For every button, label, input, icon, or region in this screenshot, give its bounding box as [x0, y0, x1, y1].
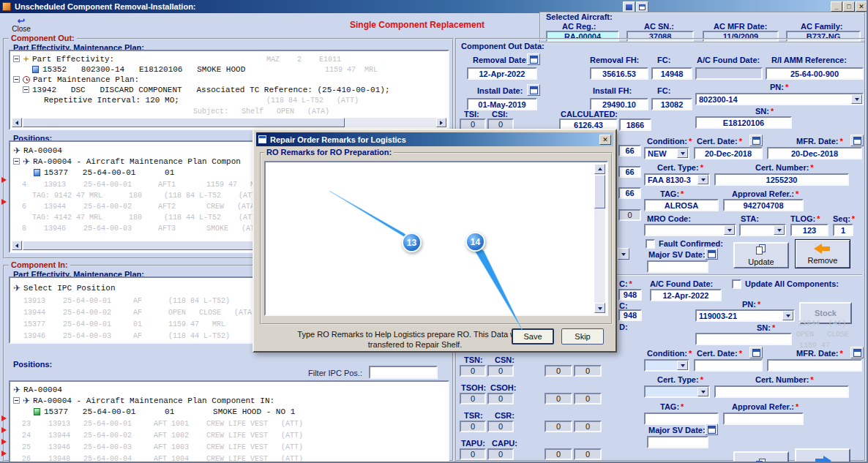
tree-item-position-selected[interactable]: 15377 25-64-00-01 01 SMOKE HOOD - NO 1 — [34, 407, 295, 416]
in-ac-found-date-field[interactable]: 12-Apr-2022 — [650, 289, 722, 301]
removal-fh-field[interactable]: 35616.53 — [590, 67, 648, 80]
partial-dropdown[interactable] — [618, 248, 629, 260]
removal-date-field[interactable]: 12-Apr-2022 — [467, 67, 537, 80]
remove-button[interactable]: Remove — [795, 239, 850, 268]
ghost-text: Subject: Shelf OPEN (ATA) — [193, 108, 329, 116]
in-cert-type-select[interactable] — [644, 385, 710, 398]
cert-date-field[interactable]: 20-Dec-2018 — [694, 147, 763, 159]
in-condition-select[interactable] — [644, 359, 689, 372]
scroll-thumb[interactable] — [594, 175, 605, 208]
in-approval-refer-field[interactable] — [723, 413, 804, 425]
dropdown-arrow[interactable] — [724, 225, 735, 235]
mro-code-select[interactable] — [644, 224, 736, 236]
in-cert-date-calendar-button[interactable] — [749, 347, 763, 358]
window-close-button[interactable]: ✕ — [856, 1, 867, 12]
tree-item-aircraft[interactable]: ✈ RA-00004 — [13, 146, 62, 155]
install-fh-field[interactable]: 29490.10 — [590, 98, 648, 110]
dropdown-arrow[interactable] — [774, 225, 785, 235]
scroll-left-button[interactable] — [12, 118, 22, 127]
tree-item-maintenance-plan-component[interactable]: ✈ RA-00004 - Aircraft Maintenance Plan C… — [13, 157, 241, 166]
collapse-icon[interactable] — [13, 56, 20, 62]
in-pn-select[interactable]: 119003-21 — [695, 309, 795, 322]
cert-type-select[interactable]: FAA 8130-3 — [644, 173, 710, 186]
install-fc-field[interactable]: 13082 — [651, 98, 692, 110]
ghost-text: 1159 47 MRL — [325, 66, 378, 74]
install-button[interactable] — [795, 448, 850, 463]
minimize-button[interactable]: _ — [831, 1, 842, 12]
in-mfr-date-field[interactable] — [767, 359, 862, 372]
in-major-sv-calendar-button[interactable] — [705, 424, 718, 435]
tree-item-maintenance-plan-component-in[interactable]: ✈ RA-00004 - Aircraft Maintenance Plan C… — [13, 396, 274, 405]
dropdown-arrow[interactable] — [697, 175, 708, 184]
scroll-track[interactable] — [594, 209, 605, 303]
dialog-close-button[interactable]: ✕ — [599, 135, 611, 145]
tree-item-part-effectivity[interactable]: Part Effectivity: — [13, 54, 114, 64]
dropdown-arrow[interactable] — [697, 387, 708, 396]
in-mfr-date-calendar-button[interactable] — [850, 347, 864, 358]
in-cert-date-field[interactable] — [694, 359, 763, 372]
condition-select[interactable]: NEW — [644, 147, 689, 159]
dropdown-arrow[interactable] — [782, 311, 793, 320]
seq-field[interactable]: 1 — [833, 224, 853, 236]
collapse-icon[interactable] — [13, 397, 20, 404]
cert-date-calendar-button[interactable] — [749, 135, 763, 146]
dropdown-arrow[interactable] — [677, 361, 688, 370]
scroll-left-button[interactable] — [12, 241, 22, 250]
remove-arrow-icon — [814, 244, 831, 254]
install-date-calendar-button[interactable] — [527, 84, 540, 96]
mfr-date-calendar-button[interactable] — [850, 135, 864, 146]
in-update-button[interactable] — [733, 451, 789, 463]
pn-select[interactable]: 802300-14 — [695, 93, 864, 105]
mfr-date-field[interactable]: 20-Dec-2018 — [767, 147, 862, 159]
scroll-track[interactable] — [345, 118, 436, 127]
tree-item-aircraft[interactable]: ✈ RA-00004 — [13, 385, 62, 394]
update-button[interactable]: Update — [733, 242, 789, 268]
ro-remarks-textarea[interactable] — [264, 161, 608, 316]
collapse-icon[interactable] — [13, 76, 20, 83]
dropdown-arrow[interactable] — [851, 94, 862, 104]
tree-item-repetitive-interval[interactable]: Repetitive Interval: 120 MO; — [44, 95, 179, 105]
in-major-sv-date-field[interactable] — [647, 436, 708, 448]
major-sv-calendar-button[interactable] — [705, 248, 718, 260]
tlog-field[interactable]: 123 — [790, 224, 828, 236]
filter-ipc-input[interactable] — [369, 366, 438, 379]
ri-amm-reference-label: R/I AMM Reference: — [771, 56, 847, 64]
horizontal-scrollbar[interactable] — [12, 118, 446, 127]
tree-item-discard-task[interactable]: 13942 DSC DISCARD COMPONENT Associated T… — [23, 85, 389, 94]
scroll-right-button[interactable] — [436, 118, 446, 127]
toolbar-mini-button-1[interactable] — [623, 1, 635, 12]
vertical-scrollbar[interactable] — [594, 164, 605, 313]
install-date-field[interactable]: 01-May-2019 — [467, 98, 537, 110]
fault-confirmed-checkbox[interactable] — [646, 239, 655, 249]
approval-refer-field[interactable]: 942704708 — [723, 199, 804, 211]
sn-field[interactable]: E18120106 — [695, 116, 792, 129]
in-positions-tree: ✈ RA-00004 ✈ RA-00004 - Aircraft Mainten… — [9, 380, 449, 463]
tree-item-component-out[interactable]: 15352 802300-14 E18120106 SMOKE HOOD — [32, 64, 245, 74]
update-all-components-checkbox[interactable] — [732, 279, 741, 289]
removal-fc-field[interactable]: 14948 — [651, 67, 692, 80]
tree-item-select-ipc[interactable]: ✈ Select IPC Position — [13, 283, 115, 293]
row-error-marker — [1, 177, 7, 183]
close-button[interactable]: ↩ Close — [6, 15, 37, 35]
removal-date-calendar-button[interactable] — [527, 53, 540, 65]
skip-button[interactable]: Skip — [561, 328, 604, 345]
toolbar-mini-button-2[interactable] — [636, 1, 648, 12]
tree-item-position[interactable]: 15377 25-64-00-01 01 — [34, 167, 174, 177]
ac-found-date-field[interactable] — [695, 67, 763, 80]
dropdown-arrow[interactable] — [677, 148, 688, 158]
major-sv-date-field[interactable] — [647, 260, 708, 273]
maximize-button[interactable]: □ — [843, 1, 855, 12]
scroll-thumb[interactable] — [23, 118, 345, 127]
in-sn-field[interactable] — [695, 333, 792, 345]
cert-number-field[interactable]: 1255230 — [714, 173, 849, 186]
collapse-icon[interactable] — [13, 158, 20, 165]
sta-select[interactable] — [739, 224, 786, 236]
tree-item-maintenance-plan[interactable]: Part Maintenance Plan: — [13, 75, 139, 84]
ri-amm-reference-field[interactable]: 25-64-00-900 — [766, 67, 864, 80]
scroll-down-button[interactable] — [594, 303, 605, 313]
tag-field[interactable]: ALROSA — [644, 199, 719, 211]
save-button[interactable]: Save — [512, 328, 554, 345]
in-cert-number-field[interactable] — [714, 385, 849, 398]
collapse-icon[interactable] — [23, 86, 29, 93]
scroll-up-button[interactable] — [594, 164, 605, 174]
